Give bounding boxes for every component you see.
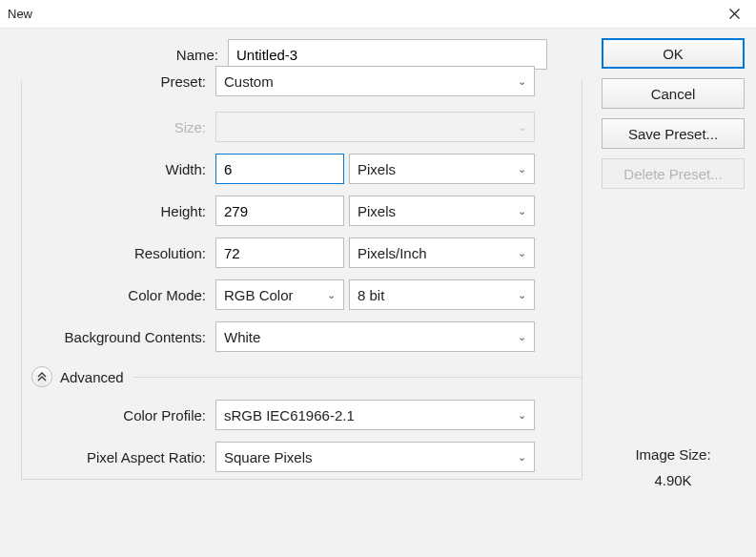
chevron-down-icon: ⌄ [518, 409, 526, 422]
sidebar: OK Cancel Save Preset... Delete Preset..… [602, 38, 745, 488]
preset-select[interactable]: Custom ⌄ [215, 66, 535, 96]
width-unit-value: Pixels [358, 161, 396, 177]
width-label: Width: [22, 161, 215, 177]
chevron-down-icon: ⌄ [518, 75, 526, 88]
image-size-label: Image Size: [635, 446, 710, 463]
chevron-down-icon: ⌄ [327, 289, 336, 301]
color-profile-value: sRGB IEC61966-2.1 [224, 407, 355, 423]
resolution-label: Resolution: [22, 245, 215, 261]
save-preset-button[interactable]: Save Preset... [602, 118, 745, 149]
close-icon [729, 9, 740, 19]
ok-button[interactable]: OK [602, 38, 745, 69]
image-size-info: Image Size: 4.90K [602, 446, 745, 488]
height-label: Height: [22, 203, 215, 219]
chevron-down-icon: ⌄ [518, 289, 526, 301]
width-input[interactable] [215, 154, 344, 184]
height-input[interactable] [215, 196, 344, 226]
title-bar: New [0, 0, 756, 29]
chevron-down-icon: ⌄ [518, 451, 526, 464]
resolution-unit-value: Pixels/Inch [358, 245, 427, 261]
height-unit-value: Pixels [358, 203, 396, 219]
pixel-aspect-label: Pixel Aspect Ratio: [22, 449, 215, 465]
pixel-aspect-select[interactable]: Square Pixels ⌄ [215, 442, 535, 472]
size-select: ⌄ [215, 112, 535, 142]
image-size-value: 4.90K [602, 472, 745, 488]
height-unit-select[interactable]: Pixels ⌄ [349, 196, 535, 226]
color-mode-value: RGB Color [224, 287, 294, 303]
chevron-down-icon: ⌄ [518, 121, 526, 134]
divider [133, 377, 582, 378]
chevron-down-icon: ⌄ [518, 163, 526, 175]
width-unit-select[interactable]: Pixels ⌄ [349, 154, 535, 184]
color-mode-select[interactable]: RGB Color ⌄ [215, 279, 344, 310]
advanced-label: Advanced [60, 369, 124, 385]
preset-label: Preset: [22, 73, 215, 90]
main-panel: Name: Preset: Custom ⌄ Size: ⌄ [8, 38, 582, 488]
color-profile-select[interactable]: sRGB IEC61966-2.1 ⌄ [215, 400, 535, 430]
window-title: New [8, 7, 32, 21]
cancel-button[interactable]: Cancel [602, 78, 745, 109]
preset-group: Preset: Custom ⌄ Size: ⌄ Width: [21, 80, 582, 480]
chevron-down-icon: ⌄ [518, 205, 526, 217]
resolution-unit-select[interactable]: Pixels/Inch ⌄ [349, 237, 535, 268]
resolution-input[interactable] [215, 237, 344, 268]
close-button[interactable] [712, 0, 756, 29]
name-label: Name: [21, 47, 228, 63]
bg-contents-value: White [224, 329, 260, 345]
chevron-up-double-icon [37, 372, 47, 382]
advanced-header: Advanced [31, 366, 582, 387]
chevron-down-icon: ⌄ [518, 247, 526, 259]
delete-preset-button: Delete Preset... [602, 158, 745, 189]
color-mode-label: Color Mode: [22, 287, 215, 303]
preset-value: Custom [224, 73, 274, 90]
advanced-toggle[interactable] [31, 366, 52, 387]
bg-contents-label: Background Contents: [22, 329, 215, 345]
color-profile-label: Color Profile: [22, 407, 215, 423]
bit-depth-select[interactable]: 8 bit ⌄ [349, 279, 535, 310]
size-label: Size: [22, 119, 215, 135]
chevron-down-icon: ⌄ [518, 331, 526, 343]
bg-contents-select[interactable]: White ⌄ [215, 321, 535, 352]
pixel-aspect-value: Square Pixels [224, 449, 313, 465]
bit-depth-value: 8 bit [358, 287, 384, 303]
